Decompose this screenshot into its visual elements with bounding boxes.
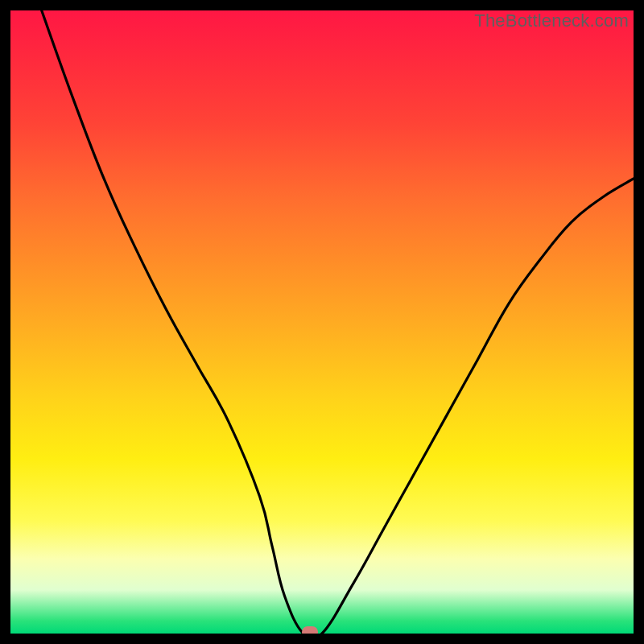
minimum-marker [302, 626, 318, 634]
curve-svg [10, 10, 634, 634]
plot-area: TheBottleneck.com [10, 10, 634, 634]
bottleneck-curve [42, 10, 634, 634]
chart-container: TheBottleneck.com [0, 0, 644, 644]
